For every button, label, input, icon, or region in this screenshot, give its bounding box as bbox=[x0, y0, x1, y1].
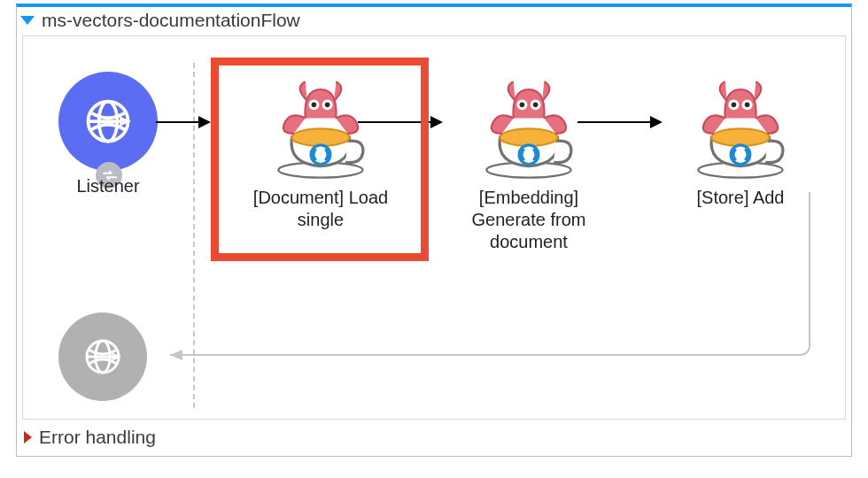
response-node[interactable] bbox=[58, 312, 147, 401]
source-scope-divider bbox=[193, 63, 195, 408]
listener-label: Listener bbox=[58, 176, 158, 197]
svg-point-12 bbox=[500, 128, 558, 146]
svg-point-24 bbox=[745, 103, 750, 108]
flow-editor-panel: ms-vectors-documentationFlow Listener bbox=[16, 4, 852, 457]
svg-point-19 bbox=[712, 128, 770, 146]
mule-octopus-cup-icon bbox=[683, 66, 798, 181]
globe-arrow-icon bbox=[81, 335, 124, 378]
svg-marker-29 bbox=[112, 353, 122, 361]
processor-label: [Document] Load single bbox=[250, 187, 391, 231]
mule-octopus-cup-icon bbox=[471, 66, 586, 181]
svg-marker-3 bbox=[120, 116, 131, 126]
svg-point-15 bbox=[520, 103, 525, 108]
mule-octopus-cup-icon bbox=[263, 66, 378, 181]
error-handling-header[interactable]: Error handling bbox=[24, 427, 156, 448]
processor-node-embedding-generate[interactable]: [Embedding] Generate from document bbox=[445, 66, 613, 253]
processor-node-store-add[interactable]: [Store] Add bbox=[670, 66, 811, 209]
processor-node-document-load[interactable]: [Document] Load single bbox=[250, 66, 391, 231]
listener-node[interactable] bbox=[58, 72, 158, 171]
expand-error-icon[interactable] bbox=[24, 431, 32, 443]
flow-title: ms-vectors-documentationFlow bbox=[42, 10, 300, 31]
collapse-flow-icon[interactable] bbox=[20, 16, 35, 25]
flow-arrow bbox=[156, 121, 209, 123]
svg-point-8 bbox=[312, 103, 317, 108]
processor-label: [Embedding] Generate from document bbox=[445, 187, 613, 253]
svg-point-22 bbox=[732, 103, 737, 108]
processor-label: [Store] Add bbox=[670, 187, 811, 209]
error-handling-label: Error handling bbox=[39, 427, 156, 448]
svg-point-5 bbox=[292, 128, 350, 146]
svg-point-10 bbox=[325, 103, 330, 108]
svg-point-17 bbox=[533, 103, 539, 108]
flow-header[interactable]: ms-vectors-documentationFlow bbox=[20, 10, 300, 31]
flow-canvas[interactable]: Listener [Document] Load single bbox=[22, 35, 846, 420]
svg-marker-25 bbox=[170, 350, 182, 360]
globe-arrow-icon bbox=[81, 95, 135, 148]
